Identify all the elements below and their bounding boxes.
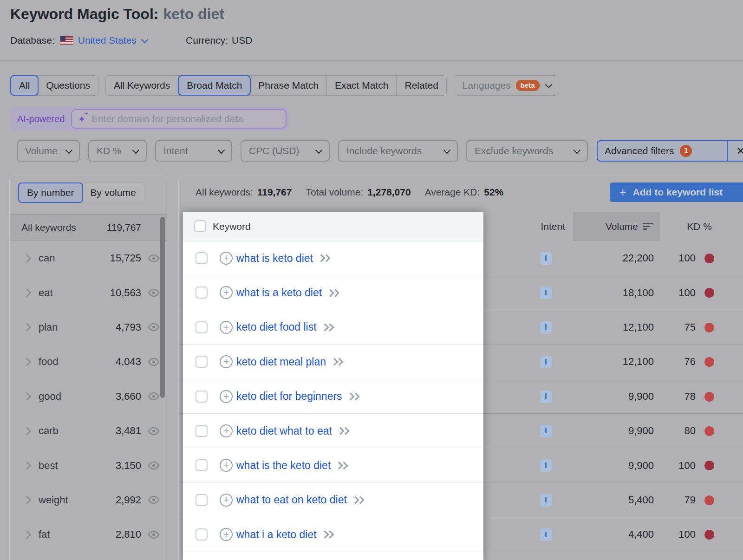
row-checkbox[interactable] — [196, 287, 208, 299]
eye-icon[interactable] — [147, 426, 160, 436]
advanced-filters-button[interactable]: Advanced filters 1 — [598, 141, 727, 161]
exclude-keywords-dropdown[interactable]: Exclude keywords — [466, 140, 588, 162]
add-keyword-icon[interactable] — [220, 424, 233, 437]
chevron-down-icon — [132, 146, 140, 154]
chevron-down-icon[interactable] — [141, 36, 149, 43]
add-keyword-icon[interactable] — [220, 459, 233, 472]
tab-broad-match[interactable]: Broad Match — [178, 75, 251, 96]
tab-exact-match[interactable]: Exact Match — [327, 76, 397, 95]
keyword-link[interactable]: keto diet food list — [236, 310, 333, 345]
intent-badge: I — [540, 528, 552, 541]
row-checkbox[interactable] — [196, 356, 208, 368]
add-keyword-icon[interactable] — [220, 528, 233, 541]
tab-all[interactable]: All — [10, 75, 39, 96]
keywords-table-body: what is keto diet I 22,200 100 what is a… — [179, 241, 743, 552]
row-checkbox[interactable] — [196, 321, 208, 333]
toggle-by-number[interactable]: By number — [18, 182, 83, 203]
include-keywords-dropdown[interactable]: Include keywords — [338, 140, 458, 162]
intent-filter-dropdown[interactable]: Intent — [155, 140, 232, 162]
group-name: eat — [39, 287, 53, 299]
eye-icon[interactable] — [147, 392, 160, 401]
eye-icon[interactable] — [147, 323, 160, 332]
kd-dot — [704, 392, 714, 402]
kd-value: 100 — [678, 517, 696, 552]
advanced-filters-close-button[interactable]: ✕ — [727, 141, 743, 161]
tab-phrase-match[interactable]: Phrase Match — [250, 76, 327, 95]
column-header-intent[interactable]: Intent — [541, 212, 565, 241]
keyword-link[interactable]: what is a keto diet — [236, 275, 338, 310]
add-keyword-icon[interactable] — [220, 286, 233, 299]
row-checkbox[interactable] — [196, 252, 208, 264]
database-value-link[interactable]: United States — [78, 35, 137, 46]
chevron-right-icon[interactable] — [22, 358, 31, 366]
kd-dot — [704, 530, 714, 540]
add-keyword-icon[interactable] — [220, 252, 233, 265]
chevron-down-icon — [574, 146, 581, 154]
column-header-keyword[interactable]: Keyword — [213, 212, 251, 241]
volume-filter-dropdown[interactable]: Volume — [17, 140, 80, 162]
tab-all-keywords[interactable]: All Keywords — [106, 76, 178, 95]
chevron-right-icon[interactable] — [22, 288, 31, 297]
table-row: keto diet meal plan I 12,100 76 — [179, 345, 743, 379]
chevron-right-icon[interactable] — [22, 427, 31, 435]
domain-input-wrap[interactable]: ✦ — [71, 109, 287, 129]
domain-input[interactable] — [91, 113, 280, 125]
cpc-filter-dropdown[interactable]: CPC (USD) — [241, 140, 330, 162]
filters-row: Volume KD % Intent CPC (USD) Include key… — [17, 140, 588, 162]
sidebar-group-row[interactable]: can 15,725 — [10, 241, 167, 275]
keyword-link[interactable]: what is the keto diet — [236, 448, 347, 482]
us-flag-icon — [60, 36, 73, 45]
add-keyword-icon[interactable] — [220, 494, 233, 507]
eye-icon[interactable] — [147, 495, 160, 505]
row-checkbox[interactable] — [196, 425, 208, 437]
sidebar-group-row[interactable]: carb 3,481 — [10, 414, 167, 448]
row-checkbox[interactable] — [196, 494, 208, 506]
all-keywords-group-header[interactable]: All keywords 119,767 — [10, 214, 167, 241]
eye-icon[interactable] — [147, 288, 160, 298]
sidebar-group-row[interactable]: plan 4,793 — [10, 310, 167, 345]
sidebar-group-row[interactable]: fat 2,810 — [10, 517, 167, 552]
keyword-link[interactable]: what is keto diet — [236, 241, 329, 275]
sidebar-group-row[interactable]: weight 2,992 — [10, 483, 167, 517]
chevron-right-icon[interactable] — [22, 254, 31, 262]
eye-icon[interactable] — [147, 461, 160, 470]
tab-related[interactable]: Related — [397, 76, 446, 95]
keyword-link[interactable]: keto diet for beginners — [236, 379, 358, 414]
eye-icon[interactable] — [147, 357, 160, 366]
sidebar-scrollbar[interactable] — [160, 217, 165, 398]
row-checkbox[interactable] — [196, 528, 208, 540]
row-checkbox[interactable] — [196, 391, 208, 403]
keyword-link[interactable]: what i a keto diet — [236, 517, 333, 552]
add-keyword-icon[interactable] — [220, 390, 233, 403]
sidebar-group-row[interactable]: eat 10,563 — [10, 275, 167, 310]
sidebar-group-row[interactable]: good 3,660 — [10, 379, 167, 414]
row-checkbox[interactable] — [196, 459, 208, 471]
keyword-link[interactable]: what to eat on keto diet — [236, 483, 363, 517]
double-chevron-icon — [352, 497, 363, 503]
column-header-volume[interactable]: Volume — [573, 212, 660, 241]
beta-badge: beta — [516, 80, 540, 91]
chevron-right-icon[interactable] — [22, 461, 31, 469]
add-keyword-icon[interactable] — [220, 321, 233, 334]
group-count: 3,660 — [116, 391, 141, 403]
chevron-right-icon[interactable] — [22, 496, 31, 504]
chevron-right-icon[interactable] — [22, 530, 31, 539]
languages-dropdown[interactable]: Languages beta — [455, 75, 559, 96]
sidebar-group-row[interactable]: best 3,150 — [10, 448, 167, 482]
keyword-link[interactable]: keto diet meal plan — [236, 345, 342, 379]
add-to-keyword-list-button[interactable]: + Add to keyword list — [610, 182, 743, 202]
sidebar-group-row[interactable]: food 4,043 — [10, 345, 167, 379]
eye-icon[interactable] — [147, 530, 160, 539]
keyword-link[interactable]: keto diet what to eat — [236, 414, 348, 448]
tab-questions[interactable]: Questions — [38, 76, 98, 95]
column-header-kd[interactable]: KD % — [687, 212, 712, 241]
select-all-checkbox[interactable] — [194, 220, 206, 232]
intent-badge: I — [540, 287, 552, 299]
chevron-right-icon[interactable] — [22, 392, 31, 401]
chevron-right-icon[interactable] — [22, 323, 31, 332]
eye-icon[interactable] — [147, 254, 160, 263]
toggle-by-volume[interactable]: By volume — [83, 183, 144, 202]
add-keyword-icon[interactable] — [220, 355, 233, 368]
kd-filter-dropdown[interactable]: KD % — [88, 140, 147, 162]
all-keywords-count: 119,767 — [107, 222, 141, 233]
